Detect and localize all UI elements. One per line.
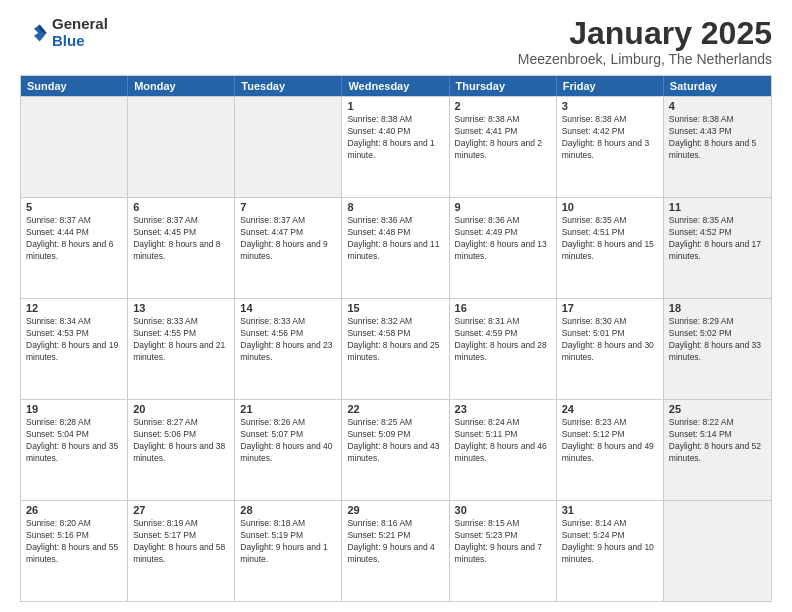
weekday-header: Monday — [128, 76, 235, 96]
page: General Blue January 2025 Meezenbroek, L… — [0, 0, 792, 612]
calendar-cell: 2Sunrise: 8:38 AMSunset: 4:41 PMDaylight… — [450, 97, 557, 197]
day-number: 23 — [455, 403, 551, 415]
calendar-cell: 8Sunrise: 8:36 AMSunset: 4:48 PMDaylight… — [342, 198, 449, 298]
calendar-cell: 30Sunrise: 8:15 AMSunset: 5:23 PMDayligh… — [450, 501, 557, 601]
cell-info: Sunrise: 8:35 AMSunset: 4:52 PMDaylight:… — [669, 215, 761, 261]
cell-info: Sunrise: 8:38 AMSunset: 4:40 PMDaylight:… — [347, 114, 434, 160]
cell-info: Sunrise: 8:37 AMSunset: 4:47 PMDaylight:… — [240, 215, 327, 261]
cell-info: Sunrise: 8:30 AMSunset: 5:01 PMDaylight:… — [562, 316, 654, 362]
cell-info: Sunrise: 8:37 AMSunset: 4:44 PMDaylight:… — [26, 215, 113, 261]
cell-info: Sunrise: 8:24 AMSunset: 5:11 PMDaylight:… — [455, 417, 547, 463]
cell-info: Sunrise: 8:26 AMSunset: 5:07 PMDaylight:… — [240, 417, 332, 463]
weekday-header: Wednesday — [342, 76, 449, 96]
cell-info: Sunrise: 8:35 AMSunset: 4:51 PMDaylight:… — [562, 215, 654, 261]
calendar-week: 5Sunrise: 8:37 AMSunset: 4:44 PMDaylight… — [21, 197, 771, 298]
calendar-cell: 23Sunrise: 8:24 AMSunset: 5:11 PMDayligh… — [450, 400, 557, 500]
calendar-cell: 20Sunrise: 8:27 AMSunset: 5:06 PMDayligh… — [128, 400, 235, 500]
day-number: 2 — [455, 100, 551, 112]
day-number: 3 — [562, 100, 658, 112]
day-number: 24 — [562, 403, 658, 415]
cell-info: Sunrise: 8:28 AMSunset: 5:04 PMDaylight:… — [26, 417, 118, 463]
cell-info: Sunrise: 8:16 AMSunset: 5:21 PMDaylight:… — [347, 518, 434, 564]
day-number: 14 — [240, 302, 336, 314]
cell-info: Sunrise: 8:22 AMSunset: 5:14 PMDaylight:… — [669, 417, 761, 463]
day-number: 15 — [347, 302, 443, 314]
calendar-cell: 3Sunrise: 8:38 AMSunset: 4:42 PMDaylight… — [557, 97, 664, 197]
cell-info: Sunrise: 8:38 AMSunset: 4:42 PMDaylight:… — [562, 114, 649, 160]
calendar-cell: 29Sunrise: 8:16 AMSunset: 5:21 PMDayligh… — [342, 501, 449, 601]
day-number: 10 — [562, 201, 658, 213]
calendar-cell: 1Sunrise: 8:38 AMSunset: 4:40 PMDaylight… — [342, 97, 449, 197]
logo-icon — [20, 19, 48, 47]
cell-info: Sunrise: 8:23 AMSunset: 5:12 PMDaylight:… — [562, 417, 654, 463]
calendar-cell: 7Sunrise: 8:37 AMSunset: 4:47 PMDaylight… — [235, 198, 342, 298]
logo: General Blue — [20, 16, 108, 49]
day-number: 27 — [133, 504, 229, 516]
calendar-cell: 18Sunrise: 8:29 AMSunset: 5:02 PMDayligh… — [664, 299, 771, 399]
cell-info: Sunrise: 8:34 AMSunset: 4:53 PMDaylight:… — [26, 316, 118, 362]
calendar-cell — [235, 97, 342, 197]
calendar-week: 19Sunrise: 8:28 AMSunset: 5:04 PMDayligh… — [21, 399, 771, 500]
cell-info: Sunrise: 8:38 AMSunset: 4:43 PMDaylight:… — [669, 114, 756, 160]
day-number: 28 — [240, 504, 336, 516]
calendar-week: 12Sunrise: 8:34 AMSunset: 4:53 PMDayligh… — [21, 298, 771, 399]
cell-info: Sunrise: 8:31 AMSunset: 4:59 PMDaylight:… — [455, 316, 547, 362]
day-number: 5 — [26, 201, 122, 213]
day-number: 29 — [347, 504, 443, 516]
day-number: 19 — [26, 403, 122, 415]
title-block: January 2025 Meezenbroek, Limburg, The N… — [518, 16, 772, 67]
calendar-cell: 12Sunrise: 8:34 AMSunset: 4:53 PMDayligh… — [21, 299, 128, 399]
calendar-header: SundayMondayTuesdayWednesdayThursdayFrid… — [21, 76, 771, 96]
calendar-cell — [21, 97, 128, 197]
calendar-cell: 19Sunrise: 8:28 AMSunset: 5:04 PMDayligh… — [21, 400, 128, 500]
header: General Blue January 2025 Meezenbroek, L… — [20, 16, 772, 67]
calendar-cell: 4Sunrise: 8:38 AMSunset: 4:43 PMDaylight… — [664, 97, 771, 197]
weekday-header: Thursday — [450, 76, 557, 96]
calendar-cell: 14Sunrise: 8:33 AMSunset: 4:56 PMDayligh… — [235, 299, 342, 399]
cell-info: Sunrise: 8:37 AMSunset: 4:45 PMDaylight:… — [133, 215, 220, 261]
calendar-week: 26Sunrise: 8:20 AMSunset: 5:16 PMDayligh… — [21, 500, 771, 601]
calendar-cell: 28Sunrise: 8:18 AMSunset: 5:19 PMDayligh… — [235, 501, 342, 601]
calendar-cell: 5Sunrise: 8:37 AMSunset: 4:44 PMDaylight… — [21, 198, 128, 298]
calendar-cell: 11Sunrise: 8:35 AMSunset: 4:52 PMDayligh… — [664, 198, 771, 298]
day-number: 17 — [562, 302, 658, 314]
calendar-cell: 6Sunrise: 8:37 AMSunset: 4:45 PMDaylight… — [128, 198, 235, 298]
calendar-cell: 21Sunrise: 8:26 AMSunset: 5:07 PMDayligh… — [235, 400, 342, 500]
day-number: 22 — [347, 403, 443, 415]
logo-text: General Blue — [52, 16, 108, 49]
weekday-header: Friday — [557, 76, 664, 96]
day-number: 20 — [133, 403, 229, 415]
calendar: SundayMondayTuesdayWednesdayThursdayFrid… — [20, 75, 772, 602]
cell-info: Sunrise: 8:33 AMSunset: 4:56 PMDaylight:… — [240, 316, 332, 362]
weekday-header: Sunday — [21, 76, 128, 96]
weekday-header: Tuesday — [235, 76, 342, 96]
calendar-cell: 22Sunrise: 8:25 AMSunset: 5:09 PMDayligh… — [342, 400, 449, 500]
logo-general: General — [52, 16, 108, 33]
cell-info: Sunrise: 8:36 AMSunset: 4:49 PMDaylight:… — [455, 215, 547, 261]
calendar-cell: 9Sunrise: 8:36 AMSunset: 4:49 PMDaylight… — [450, 198, 557, 298]
location-subtitle: Meezenbroek, Limburg, The Netherlands — [518, 51, 772, 67]
day-number: 9 — [455, 201, 551, 213]
day-number: 30 — [455, 504, 551, 516]
calendar-cell: 13Sunrise: 8:33 AMSunset: 4:55 PMDayligh… — [128, 299, 235, 399]
day-number: 18 — [669, 302, 766, 314]
day-number: 21 — [240, 403, 336, 415]
month-title: January 2025 — [518, 16, 772, 51]
cell-info: Sunrise: 8:36 AMSunset: 4:48 PMDaylight:… — [347, 215, 439, 261]
cell-info: Sunrise: 8:15 AMSunset: 5:23 PMDaylight:… — [455, 518, 542, 564]
day-number: 4 — [669, 100, 766, 112]
calendar-cell: 16Sunrise: 8:31 AMSunset: 4:59 PMDayligh… — [450, 299, 557, 399]
calendar-cell: 31Sunrise: 8:14 AMSunset: 5:24 PMDayligh… — [557, 501, 664, 601]
calendar-cell: 24Sunrise: 8:23 AMSunset: 5:12 PMDayligh… — [557, 400, 664, 500]
calendar-cell: 17Sunrise: 8:30 AMSunset: 5:01 PMDayligh… — [557, 299, 664, 399]
day-number: 26 — [26, 504, 122, 516]
calendar-body: 1Sunrise: 8:38 AMSunset: 4:40 PMDaylight… — [21, 96, 771, 601]
day-number: 6 — [133, 201, 229, 213]
day-number: 16 — [455, 302, 551, 314]
calendar-cell — [664, 501, 771, 601]
day-number: 7 — [240, 201, 336, 213]
cell-info: Sunrise: 8:33 AMSunset: 4:55 PMDaylight:… — [133, 316, 225, 362]
day-number: 1 — [347, 100, 443, 112]
calendar-cell: 27Sunrise: 8:19 AMSunset: 5:17 PMDayligh… — [128, 501, 235, 601]
cell-info: Sunrise: 8:27 AMSunset: 5:06 PMDaylight:… — [133, 417, 225, 463]
